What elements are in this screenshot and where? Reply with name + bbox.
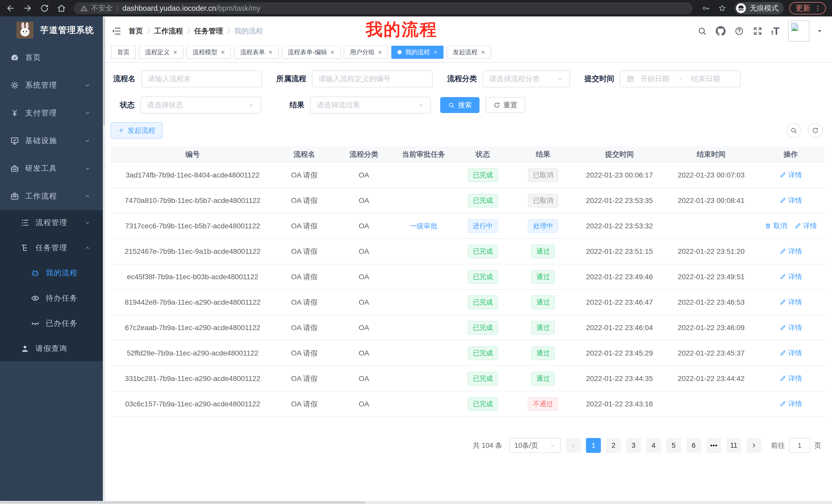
tag-tab[interactable]: 首页 <box>111 46 136 59</box>
back-icon[interactable] <box>6 3 16 13</box>
sidebar-item[interactable]: 流程管理 <box>0 210 103 235</box>
tag-tab[interactable]: 我的流程× <box>391 46 443 59</box>
breadcrumb-item[interactable]: 工作流程 <box>154 26 183 36</box>
breadcrumb-item[interactable]: 首页 <box>129 26 143 36</box>
home-icon[interactable] <box>57 3 66 13</box>
category-select[interactable]: 请选择流程分类 <box>483 71 570 87</box>
tab-close-icon[interactable]: × <box>173 49 177 55</box>
cell-result: 通过 <box>513 315 574 340</box>
avatar[interactable] <box>788 21 809 41</box>
detail-action-link[interactable]: 详情 <box>780 348 802 358</box>
horizontal-scrollbar[interactable] <box>0 501 832 504</box>
cell-actions: 详情 <box>757 188 824 213</box>
search-button[interactable]: 搜索 <box>440 97 479 113</box>
sidebar-item[interactable]: 任务管理 <box>0 235 103 260</box>
sidebar-item[interactable]: 支付管理 <box>0 99 103 127</box>
sidebar-scrollbar[interactable] <box>103 17 105 504</box>
detail-action-link[interactable]: 详情 <box>780 272 802 281</box>
sidebar-item[interactable]: 我的流程 <box>0 260 103 286</box>
tag-tab[interactable]: 发起流程× <box>447 46 491 59</box>
reset-button[interactable]: 重置 <box>486 97 525 113</box>
cell-process-category: OA <box>334 366 394 391</box>
kebab-menu-icon[interactable] <box>814 4 822 12</box>
tag-tab[interactable]: 用户分组× <box>344 46 388 59</box>
cell-submit-time: 2022-01-22 23:53:32 <box>574 213 665 239</box>
font-size-icon[interactable]: tT <box>771 25 780 37</box>
pagination-page-button[interactable]: 11 <box>726 438 741 453</box>
key-icon[interactable] <box>701 4 710 12</box>
cell-result: 已取消 <box>513 188 574 213</box>
process-name-input[interactable]: 请输入流程名 <box>141 71 262 87</box>
cancel-action-link[interactable]: 取消 <box>765 221 787 230</box>
submit-time-range-picker[interactable]: 开始日期 - 结束日期 <box>620 71 741 87</box>
status-select[interactable]: 请选择状态 <box>140 96 261 114</box>
start-process-button[interactable]: 发起流程 <box>110 122 162 139</box>
tag-tab[interactable]: 流程表单-编辑× <box>282 46 341 59</box>
sidebar-item[interactable]: 已办任务 <box>0 311 103 336</box>
cell-process-id: 2152467e-7b9b-11ec-9a1b-acde48001122 <box>110 239 275 264</box>
cell-status: 已完成 <box>453 264 512 289</box>
prev-page-button[interactable] <box>566 438 581 453</box>
detail-action-link[interactable]: 详情 <box>780 170 802 179</box>
fullscreen-icon[interactable] <box>753 26 762 36</box>
detail-action-link[interactable]: 详情 <box>780 298 802 307</box>
sidebar-item[interactable]: 研发工具 <box>0 155 103 183</box>
show-search-toggle-button[interactable] <box>786 123 801 138</box>
tag-tab[interactable]: 流程表单× <box>234 46 279 59</box>
row-actions: 详情 <box>780 399 802 409</box>
detail-action-link[interactable]: 详情 <box>780 399 802 409</box>
detail-action-link[interactable]: 详情 <box>795 221 817 230</box>
status-badge: 已完成 <box>468 168 498 182</box>
cell-current-task <box>394 188 453 213</box>
process-def-input[interactable]: 请输入流程定义的编号 <box>312 71 433 87</box>
detail-action-label: 详情 <box>788 170 802 179</box>
detail-action-link[interactable]: 详情 <box>780 247 802 256</box>
menu-fold-icon[interactable] <box>111 26 121 36</box>
goto-page-input[interactable]: 1 <box>789 438 810 453</box>
tab-label: 我的流程 <box>405 48 430 56</box>
forward-icon[interactable] <box>23 3 32 13</box>
sidebar-item[interactable]: 工作流程 <box>0 183 103 210</box>
tag-tab[interactable]: 流程定义× <box>139 46 183 59</box>
detail-action-link[interactable]: 详情 <box>780 374 802 383</box>
process-def-label: 所属流程 <box>277 74 306 84</box>
bookmark-star-icon[interactable] <box>718 4 727 12</box>
avatar-caret-down-icon[interactable] <box>816 28 823 34</box>
tab-close-icon[interactable]: × <box>331 49 335 55</box>
github-icon[interactable] <box>716 26 726 36</box>
sidebar-item[interactable]: 请假查询 <box>0 336 103 361</box>
sidebar-item[interactable]: 首页 <box>0 44 103 72</box>
pagination-page-button[interactable]: 4 <box>646 438 661 453</box>
pagination-page-button[interactable]: 1 <box>586 438 601 453</box>
help-icon[interactable] <box>734 26 744 36</box>
detail-action-link[interactable]: 详情 <box>780 196 802 205</box>
search-icon[interactable] <box>697 26 707 36</box>
sidebar-item[interactable]: 系统管理 <box>0 72 103 99</box>
pagination-page-button[interactable]: 3 <box>626 438 641 453</box>
tag-tab[interactable]: 流程模型× <box>186 46 231 59</box>
filter-form: 流程名 请输入流程名 所属流程 请输入流程定义的编号 流程分类 请选择流程分类 <box>110 71 824 114</box>
app-logo-row[interactable]: 芋道管理系统 <box>0 17 103 44</box>
update-button[interactable]: 更新 <box>789 2 826 15</box>
detail-action-link[interactable]: 详情 <box>780 323 802 332</box>
tab-close-icon[interactable]: × <box>268 49 272 55</box>
tab-close-icon[interactable]: × <box>434 49 437 55</box>
pagination-page-button[interactable]: 2 <box>606 438 621 453</box>
breadcrumb-item[interactable]: 任务管理 <box>194 26 223 36</box>
pagination-page-button[interactable]: 5 <box>666 438 681 453</box>
sidebar-item[interactable]: 基础设施 <box>0 127 103 155</box>
sidebar-item[interactable]: 待办任务 <box>0 286 103 311</box>
next-page-button[interactable] <box>746 438 761 453</box>
refresh-table-button[interactable] <box>808 123 823 138</box>
pagination-page-button[interactable]: 6 <box>686 438 701 453</box>
cell-result: 通过 <box>513 289 574 315</box>
tab-close-icon[interactable]: × <box>221 49 225 55</box>
tab-close-icon[interactable]: × <box>378 49 382 55</box>
address-bar[interactable]: 不安全 dashboard.yudao.iocoder.cn /bpm/task… <box>74 2 693 14</box>
cell-actions: 详情 <box>757 264 824 289</box>
tab-close-icon[interactable]: × <box>481 49 485 55</box>
result-select[interactable]: 请选择流结果 <box>310 96 431 114</box>
reload-icon[interactable] <box>40 3 49 13</box>
page-size-select[interactable]: 10条/页 <box>509 438 561 453</box>
current-task-link[interactable]: 一级审批 <box>410 221 437 231</box>
